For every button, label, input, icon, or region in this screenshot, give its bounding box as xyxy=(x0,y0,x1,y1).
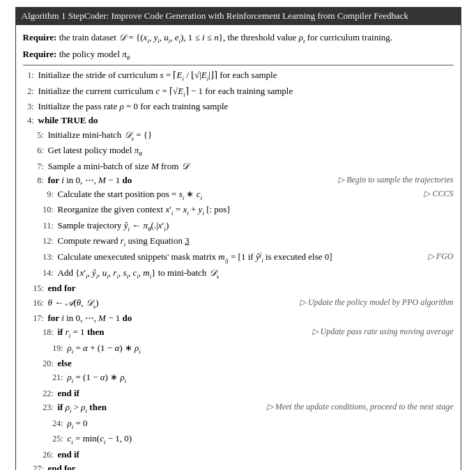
algorithm-body: Require: the train dataset 𝒟 = {(xi, yi,… xyxy=(16,25,461,470)
line-27: 27: end for xyxy=(23,462,454,470)
require1-text: the train dataset 𝒟 = {(xi, yi, ui, ei),… xyxy=(59,32,392,42)
line-21: 21: ρi = (1 − α) ∗ ρi xyxy=(23,370,454,386)
line-20: 20: else xyxy=(23,357,454,370)
line-8: 8: for i in 0, ⋯, M − 1 do ▷ Begin to sa… xyxy=(23,173,454,187)
algorithm-box: Algorithm 1 StepCoder: Improve Code Gene… xyxy=(15,7,461,470)
require-line-2: Require: the policy model πθ xyxy=(23,47,454,63)
line-13: 13: Calculate unexecuted snippets' mask … xyxy=(23,250,454,266)
line-5: 5: Initialize mini-batch 𝒟s = {} xyxy=(23,128,454,144)
line-19: 19: ρi = α + (1 − α) ∗ ρi xyxy=(23,341,454,357)
line-25: 25: ci = min(ci − 1, 0) xyxy=(23,432,454,448)
algo-lines: 1: Initialize the stride of curriculum s… xyxy=(23,68,454,470)
line-9: 9: Calculate the start position pos = si… xyxy=(23,187,454,203)
line-15: 15: end for xyxy=(23,281,454,295)
require-line-1: Require: the train dataset 𝒟 = {(xi, yi,… xyxy=(23,31,454,46)
divider-top xyxy=(23,65,454,65)
line-11: 11: Sample trajectory ŷi ← πθ(.|x′i) xyxy=(23,219,454,235)
line-2: 2: Initialize the current curriculum c =… xyxy=(23,84,454,100)
line-16: 16: θ ← 𝒜(θ, 𝒟s) ▷ Update the policy mod… xyxy=(23,296,454,312)
line-18: 18: if ri = 1 then ▷ Update pass rate us… xyxy=(23,325,454,341)
line-14: 14: Add {x′i, ŷi, ui, ri, si, ci, mi} to… xyxy=(23,266,454,282)
line-17: 17: for i in 0, ⋯, M − 1 do xyxy=(23,311,454,325)
algorithm-title-rest: StepCoder: Improve Code Generation with … xyxy=(66,10,408,21)
line-3: 3: Initialize the pass rate ρ = 0 for ea… xyxy=(23,100,454,113)
line-26: 26: end if xyxy=(23,448,454,462)
require1-label: Require: xyxy=(23,32,57,42)
line-7: 7: Sample a mini-batch of size M from 𝒟 xyxy=(23,159,454,173)
line-6: 6: Get latest policy model πθ xyxy=(23,143,454,159)
line-4: 4: while TRUE do xyxy=(23,113,454,127)
require2-label: Require: xyxy=(23,49,57,59)
line-24: 24: ρi = 0 xyxy=(23,416,454,432)
line-22: 22: end if xyxy=(23,386,454,400)
line-12: 12: Compute reward ri using Equation 3 xyxy=(23,234,454,250)
line-1: 1: Initialize the stride of curriculum s… xyxy=(23,68,454,84)
line-23: 23: if ρi > ρt then ▷ Meet the update co… xyxy=(23,400,454,416)
require2-text: the policy model πθ xyxy=(59,49,130,59)
algorithm-title-bold: Algorithm 1 xyxy=(22,10,66,21)
line-10: 10: Reorganize the given context x′i = x… xyxy=(23,203,454,219)
algorithm-header: Algorithm 1 StepCoder: Improve Code Gene… xyxy=(16,8,461,25)
